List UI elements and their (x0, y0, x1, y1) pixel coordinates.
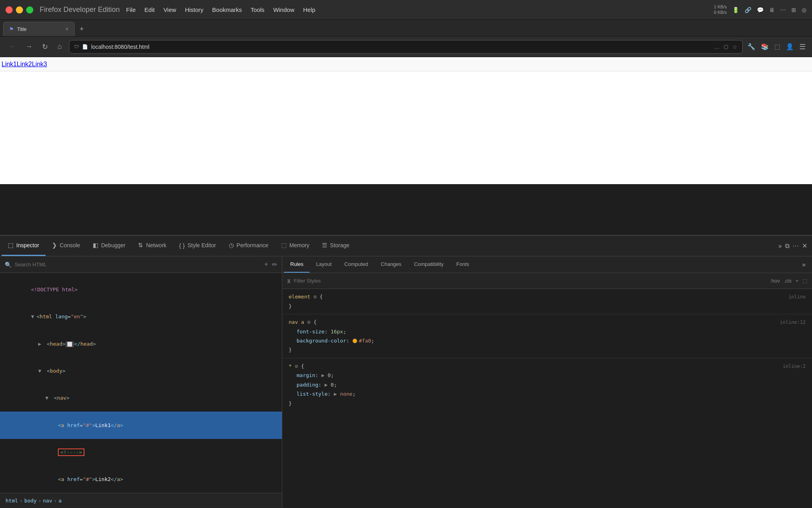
css-selector-nav-a: nav a ⚙ { (289, 318, 316, 327)
pocket-icon[interactable]: ⬡ (724, 44, 728, 50)
css-rules: element ⚙ { inline } nav a ⚙ { inline:12… (282, 289, 812, 508)
spotlight-icon[interactable]: ◎ (802, 7, 806, 13)
url-more-icon[interactable]: … (714, 44, 720, 50)
filter-cls-button[interactable]: .cls (784, 278, 792, 284)
tab-debugger[interactable]: ◧ Debugger (86, 236, 132, 256)
bookmark-icon[interactable]: ☆ (732, 44, 737, 50)
menu-view[interactable]: View (163, 6, 176, 13)
css-source-nav-a: inline:12 (780, 318, 806, 327)
css-rule-nav-a-close: } (289, 345, 806, 354)
css-tab-changes[interactable]: Changes (374, 256, 408, 273)
more-icon[interactable]: ⋯ (780, 7, 786, 13)
css-tab-layout[interactable]: Layout (310, 256, 338, 273)
filter-styles-input[interactable] (294, 278, 767, 284)
breadcrumb-a[interactable]: a (59, 498, 62, 504)
more-tools-button[interactable]: » (778, 242, 782, 250)
html-tag-head-line[interactable]: ▶ <head>⬜</head> (0, 331, 282, 358)
breadcrumb-body[interactable]: body (24, 498, 36, 504)
menu-file[interactable]: File (126, 6, 136, 13)
tab-memory[interactable]: ⬚ Memory (275, 236, 316, 256)
html-doctype-line: <!DOCTYPE html> (0, 276, 282, 303)
hamburger-button[interactable]: ☰ (799, 42, 806, 51)
filter-styles-bar: ⧖ :hov .cls + ⬚ (282, 273, 812, 289)
css-tab-compatibility[interactable]: Compatibility (408, 256, 450, 273)
css-rule-star: * ⚙ { inline:2 margin: ▶ 0; padding: ▶ 0… (282, 360, 812, 410)
synced-tabs-button[interactable]: ⬚ (774, 43, 780, 50)
forward-button[interactable]: → (23, 41, 35, 52)
tab-style-editor[interactable]: { } Style Editor (173, 236, 222, 256)
shield-icon: 🛡 (74, 44, 79, 50)
back-button[interactable]: ← (6, 41, 18, 52)
library-button[interactable]: 📚 (761, 43, 769, 50)
html-search-icons: + ✏ (264, 261, 277, 268)
tab-network[interactable]: ⇅ Network (132, 236, 172, 256)
add-node-icon[interactable]: + (264, 261, 268, 268)
memory-tab-icon: ⬚ (281, 242, 287, 249)
close-devtools-button[interactable]: ✕ (802, 242, 807, 250)
titlebar-right: 1 KB/s 0 KB/s 🔋 🔗 💬 🖥 ⋯ ⊞ ◎ (714, 4, 806, 15)
css-tab-computed[interactable]: Computed (338, 256, 374, 273)
menu-edit[interactable]: Edit (144, 6, 155, 13)
devtools-options-button[interactable]: ⋯ (793, 242, 799, 250)
menu-tools[interactable]: Tools (251, 6, 264, 13)
tab-close-button[interactable]: ✕ (65, 27, 69, 32)
css-rule-element-header: element ⚙ { inline (289, 292, 806, 302)
css-prop-list-style[interactable]: list-style: ▶ none; (289, 389, 806, 398)
dock-button[interactable]: ⧉ (785, 242, 789, 250)
css-selector-star: * ⚙ { (289, 362, 304, 371)
html-tag-a-link1-line[interactable]: <a href="#">Link1</a> (0, 412, 282, 439)
tab-inspector[interactable]: ⬚ Inspector (2, 236, 46, 256)
link-icon: 🔗 (745, 7, 751, 13)
search-html-input[interactable] (15, 262, 261, 267)
html-comment-1-line[interactable]: <!----> (0, 439, 282, 466)
menu-bookmarks[interactable]: Bookmarks (212, 6, 242, 13)
url-bar[interactable]: 🛡 📄 localhost:8080/test.html … ⬡ ☆ (69, 40, 743, 54)
pick-element-icon[interactable]: ✏ (272, 261, 277, 268)
menu-history[interactable]: History (185, 6, 203, 13)
css-tab-fonts[interactable]: Fonts (450, 256, 476, 273)
menu-window[interactable]: Window (273, 6, 294, 13)
tab-console[interactable]: ❯ Console (46, 236, 86, 256)
html-tag-a-link2-line[interactable]: <a href="#">Link2</a> (0, 466, 282, 493)
reload-button[interactable]: ↻ (40, 41, 50, 53)
html-tree: <!DOCTYPE html> ▼<html lang="en"> ▶ <hea… (0, 273, 282, 493)
url-text: localhost:8080/test.html (91, 44, 711, 50)
tab-title: Title (17, 26, 27, 32)
control-center-icon[interactable]: ⊞ (791, 7, 796, 13)
filter-add-rule-button[interactable]: + (795, 278, 799, 284)
new-tab-button[interactable]: + (75, 22, 89, 36)
css-tabs-more[interactable]: » (797, 261, 810, 268)
css-tab-rules[interactable]: Rules (284, 256, 310, 273)
css-source-star: inline:2 (783, 362, 806, 371)
browser-tab[interactable]: ⚑ Title ✕ (3, 22, 75, 36)
close-window-button[interactable] (6, 6, 13, 13)
filter-hov-button[interactable]: :hov (770, 278, 780, 284)
traffic-lights (6, 6, 33, 13)
css-prop-background-color[interactable]: background-color: #fa0; (289, 336, 806, 345)
menu-help[interactable]: Help (303, 6, 315, 13)
tab-storage[interactable]: ☰ Storage (316, 236, 356, 256)
breadcrumb-nav[interactable]: nav (43, 498, 52, 504)
html-tag-html-line[interactable]: ▼<html lang="en"> (0, 303, 282, 330)
page-icon: 📄 (82, 44, 88, 50)
style-editor-tab-icon: { } (179, 242, 185, 249)
html-tag-body-line[interactable]: ▼ <body> (0, 358, 282, 385)
filter-copy-button[interactable]: ⬚ (802, 278, 807, 284)
devtools-button[interactable]: 🔧 (747, 43, 755, 50)
css-prop-margin[interactable]: margin: ▶ 0; (289, 371, 806, 380)
minimize-window-button[interactable] (16, 6, 23, 13)
breadcrumb-bar: html › body › nav › a (0, 493, 282, 508)
maximize-window-button[interactable] (26, 6, 33, 13)
devtools: ⬚ Inspector ❯ Console ◧ Debugger ⇅ Netwo… (0, 235, 812, 508)
css-prop-font-size[interactable]: font-size: 16px; (289, 327, 806, 336)
tab-performance[interactable]: ◷ Performance (222, 236, 275, 256)
breadcrumb-html[interactable]: html (6, 498, 18, 504)
wechat-icon: 💬 (757, 7, 764, 13)
account-button[interactable]: 👤 (786, 43, 794, 50)
css-prop-padding[interactable]: padding: ▶ 0; (289, 380, 806, 389)
addressbar: ← → ↻ ⌂ 🛡 📄 localhost:8080/test.html … ⬡… (0, 37, 812, 57)
home-button[interactable]: ⌂ (55, 41, 64, 52)
html-tag-nav-line[interactable]: ▼ <nav> (0, 385, 282, 412)
addressbar-right: 🔧 📚 ⬚ 👤 ☰ (747, 42, 806, 51)
css-rule-divider-1 (282, 314, 812, 314)
